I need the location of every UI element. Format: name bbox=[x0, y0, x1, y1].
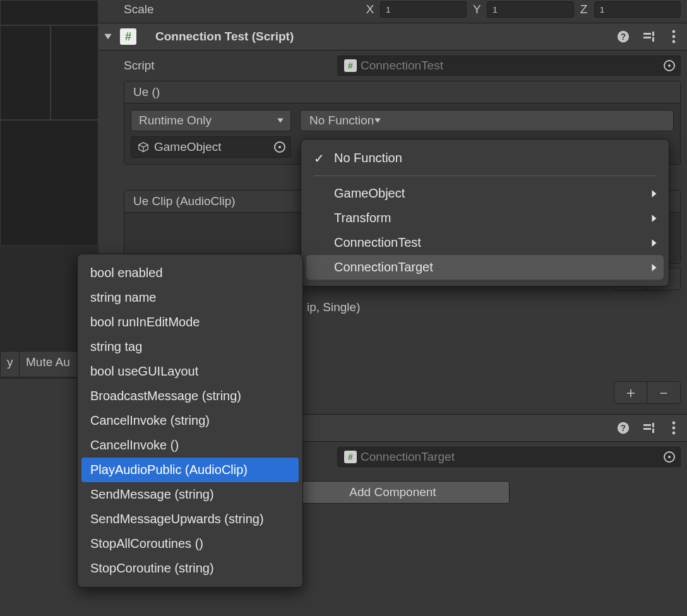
method-item[interactable]: bool enabled bbox=[78, 261, 302, 285]
svg-rect-5 bbox=[652, 37, 654, 42]
menu-item-no-function[interactable]: No Function bbox=[301, 146, 669, 170]
x-label: X bbox=[364, 3, 376, 16]
chevron-right-icon bbox=[651, 189, 657, 198]
connection-test-title: Connection Test (Script) bbox=[143, 30, 610, 44]
kebab-icon[interactable] bbox=[667, 421, 681, 435]
add-component-button[interactable]: Add Component bbox=[276, 481, 510, 504]
svg-rect-12 bbox=[643, 428, 651, 430]
method-item[interactable]: CancelInvoke () bbox=[78, 433, 302, 458]
event-target-label: GameObject bbox=[154, 140, 222, 154]
svg-point-7 bbox=[672, 35, 676, 38]
method-item[interactable]: BroadcastMessage (string) bbox=[78, 384, 302, 408]
script-label: Script bbox=[124, 59, 332, 73]
svg-rect-11 bbox=[643, 424, 651, 426]
connection-target-script-field[interactable]: # ConnectionTarget bbox=[337, 447, 681, 467]
z-label: Z bbox=[578, 3, 590, 16]
scale-y-input[interactable] bbox=[487, 1, 573, 18]
preset-icon[interactable] bbox=[642, 421, 655, 435]
script-value: ConnectionTest bbox=[361, 59, 443, 73]
menu-item-gameobject[interactable]: GameObject bbox=[301, 181, 669, 206]
function-dropdown[interactable]: No Function bbox=[300, 110, 674, 131]
svg-text:?: ? bbox=[621, 32, 626, 42]
function-menu-popup: No Function GameObject Transform Connect… bbox=[301, 139, 669, 287]
object-picker-icon[interactable] bbox=[664, 451, 675, 463]
method-item[interactable]: PlayAudioPublic (AudioClip) bbox=[81, 458, 299, 482]
svg-point-15 bbox=[672, 422, 676, 425]
menu-item-transform[interactable]: Transform bbox=[301, 206, 669, 230]
svg-text:?: ? bbox=[621, 424, 626, 433]
ue-clip-partial-text: ip, Single) bbox=[307, 300, 361, 314]
method-item[interactable]: string name bbox=[78, 285, 302, 310]
mute-audio-label: Mute Au bbox=[26, 355, 70, 369]
method-item[interactable]: string tag bbox=[78, 335, 302, 359]
chevron-right-icon bbox=[651, 263, 657, 272]
transform-scale-row: Scale X Y Z bbox=[99, 0, 687, 19]
scale-z-input[interactable] bbox=[594, 1, 681, 18]
method-item[interactable]: CancelInvoke (string) bbox=[78, 408, 302, 433]
preset-icon[interactable] bbox=[642, 30, 655, 44]
method-item[interactable]: bool runInEditMode bbox=[78, 310, 302, 335]
remove-button[interactable]: － bbox=[647, 382, 680, 403]
toolbar-fragment-left[interactable]: y bbox=[0, 351, 19, 377]
method-item[interactable]: StopAllCoroutines () bbox=[78, 531, 302, 556]
script-mini-icon: # bbox=[344, 59, 357, 72]
help-icon[interactable]: ? bbox=[616, 30, 630, 44]
mute-audio-button[interactable]: Mute Au bbox=[19, 351, 78, 377]
toolbar-fragment-left-label: y bbox=[7, 355, 13, 369]
svg-rect-4 bbox=[652, 32, 654, 36]
add-component-label: Add Component bbox=[349, 485, 436, 499]
event-target-object-field[interactable]: GameObject bbox=[131, 136, 291, 158]
help-icon[interactable]: ? bbox=[616, 421, 630, 435]
svg-point-16 bbox=[672, 427, 676, 430]
method-item[interactable]: SendMessage (string) bbox=[78, 482, 302, 507]
y-label: Y bbox=[470, 3, 483, 16]
add-button[interactable]: ＋ bbox=[614, 382, 647, 403]
chevron-right-icon bbox=[651, 214, 657, 223]
object-picker-icon[interactable] bbox=[274, 141, 285, 153]
caret-down-icon bbox=[277, 117, 284, 124]
script-mini-icon: # bbox=[344, 451, 357, 463]
svg-rect-3 bbox=[643, 37, 651, 38]
object-picker-icon[interactable] bbox=[664, 60, 675, 71]
menu-separator bbox=[314, 175, 656, 176]
caret-down-icon bbox=[374, 117, 381, 124]
script-object-field[interactable]: # ConnectionTest bbox=[337, 56, 681, 76]
svg-point-8 bbox=[672, 40, 676, 44]
kebab-icon[interactable] bbox=[667, 30, 681, 44]
svg-rect-13 bbox=[652, 423, 654, 427]
connection-test-header[interactable]: # Connection Test (Script) ? bbox=[99, 23, 687, 50]
menu-item-connectiontarget[interactable]: ConnectionTarget bbox=[306, 255, 664, 280]
svg-point-6 bbox=[672, 30, 676, 33]
method-menu-popup: bool enabledstring namebool runInEditMod… bbox=[77, 254, 303, 588]
script-field-row: Script # ConnectionTest bbox=[99, 50, 687, 81]
svg-rect-14 bbox=[652, 429, 654, 433]
svg-point-17 bbox=[672, 432, 676, 435]
connection-target-script-value: ConnectionTarget bbox=[361, 450, 455, 464]
chevron-right-icon bbox=[651, 239, 657, 247]
method-item[interactable]: SendMessageUpwards (string) bbox=[78, 507, 302, 531]
ue-event-header: Ue () bbox=[124, 81, 680, 104]
foldout-icon[interactable] bbox=[102, 31, 114, 42]
scale-x-input[interactable] bbox=[380, 1, 467, 18]
function-dropdown-label: No Function bbox=[309, 114, 374, 127]
gameobject-icon bbox=[138, 141, 149, 153]
runtime-dropdown[interactable]: Runtime Only bbox=[131, 110, 291, 131]
menu-item-connectiontest[interactable]: ConnectionTest bbox=[301, 230, 669, 255]
svg-rect-2 bbox=[643, 33, 651, 35]
scale-label: Scale bbox=[124, 3, 364, 16]
script-icon: # bbox=[120, 28, 136, 45]
method-item[interactable]: StopCoroutine (string) bbox=[78, 556, 302, 581]
runtime-dropdown-label: Runtime Only bbox=[139, 114, 212, 127]
method-item[interactable]: bool useGUILayout bbox=[78, 359, 302, 384]
